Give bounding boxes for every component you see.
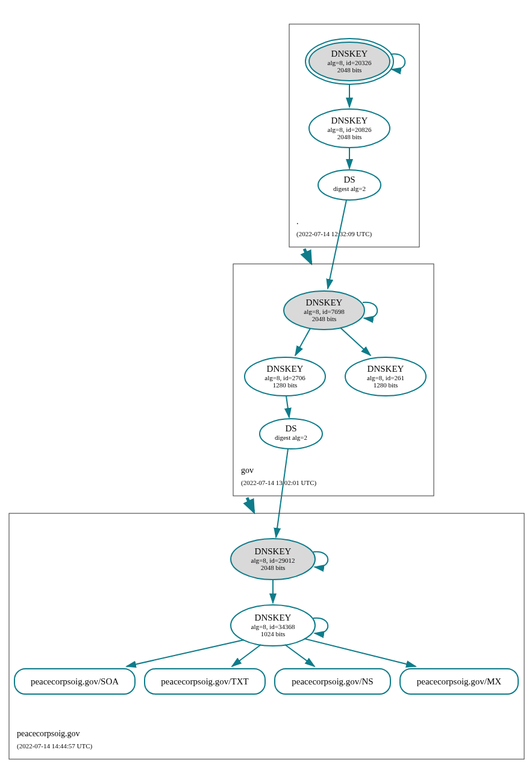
svg-text:digest alg=2: digest alg=2 <box>333 185 366 192</box>
edge-gov-zsk1-ds <box>286 396 289 418</box>
zone-gov-label: gov <box>241 466 254 475</box>
svg-text:2048 bits: 2048 bits <box>337 133 362 140</box>
svg-text:peacecorpsoig.gov/NS: peacecorpsoig.gov/NS <box>292 677 373 686</box>
zone-gov-date: (2022-07-14 13:02:01 UTC) <box>241 479 317 487</box>
svg-text:1024 bits: 1024 bits <box>261 630 286 637</box>
svg-text:DS: DS <box>343 175 355 184</box>
zone-root-date: (2022-07-14 12:32:09 UTC) <box>296 230 372 238</box>
svg-text:alg=8, id=20326: alg=8, id=20326 <box>328 59 372 66</box>
edge-zsk-soa <box>127 640 244 666</box>
svg-text:1280 bits: 1280 bits <box>273 381 298 389</box>
svg-text:2048 bits: 2048 bits <box>261 564 286 571</box>
zone-domain-label: peacecorpsoig.gov <box>17 729 80 738</box>
svg-text:alg=8, id=7698: alg=8, id=7698 <box>304 308 345 315</box>
svg-text:2048 bits: 2048 bits <box>312 315 337 322</box>
edge-gov-ds-domain-ksk <box>276 449 288 537</box>
svg-text:peacecorpsoig.gov/SOA: peacecorpsoig.gov/SOA <box>31 677 119 686</box>
zone-domain-date: (2022-07-14 14:44:57 UTC) <box>17 742 93 750</box>
edge-zsk-txt <box>232 645 261 666</box>
svg-text:DNSKEY: DNSKEY <box>306 298 343 307</box>
svg-text:alg=8, id=20826: alg=8, id=20826 <box>328 126 372 133</box>
zone-root-label: . <box>296 217 299 226</box>
svg-text:peacecorpsoig.gov/MX: peacecorpsoig.gov/MX <box>417 677 502 686</box>
svg-text:alg=8, id=261: alg=8, id=261 <box>367 374 404 381</box>
edge-zone-root-gov <box>304 249 311 263</box>
svg-text:DS: DS <box>285 424 296 433</box>
svg-text:digest alg=2: digest alg=2 <box>275 434 307 441</box>
svg-text:DNSKEY: DNSKEY <box>331 116 368 125</box>
edge-gov-ksk-zsk2 <box>340 328 371 355</box>
svg-text:2048 bits: 2048 bits <box>337 66 362 74</box>
svg-text:alg=8, id=2706: alg=8, id=2706 <box>264 374 305 381</box>
svg-text:DNSKEY: DNSKEY <box>331 49 368 58</box>
svg-text:DNSKEY: DNSKEY <box>267 364 304 374</box>
dnssec-diagram: . (2022-07-14 12:32:09 UTC) DNSKEY alg=8… <box>0 0 532 770</box>
edge-root-ds-gov-ksk <box>328 200 346 289</box>
edge-zone-gov-domain <box>247 498 254 512</box>
svg-text:1280 bits: 1280 bits <box>374 381 398 389</box>
edge-zsk-ns <box>285 645 315 666</box>
svg-text:peacecorpsoig.gov/TXT: peacecorpsoig.gov/TXT <box>161 677 248 686</box>
svg-text:DNSKEY: DNSKEY <box>255 613 292 622</box>
svg-text:DNSKEY: DNSKEY <box>368 364 404 374</box>
svg-text:alg=8, id=34368: alg=8, id=34368 <box>251 623 295 630</box>
edge-zsk-mx <box>304 639 416 666</box>
edge-gov-ksk-zsk1 <box>295 328 310 355</box>
svg-text:alg=8, id=29012: alg=8, id=29012 <box>251 557 295 564</box>
svg-text:DNSKEY: DNSKEY <box>255 546 292 556</box>
